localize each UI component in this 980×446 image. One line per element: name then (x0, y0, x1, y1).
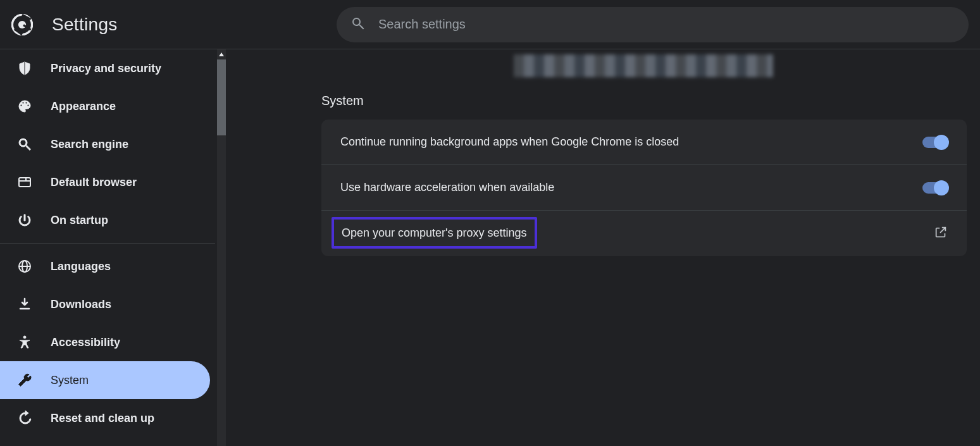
main-content: System Continue running background apps … (228, 49, 980, 446)
sidebar-item-label: On startup (51, 214, 108, 227)
search-icon (350, 16, 366, 34)
globe-icon (16, 258, 33, 275)
header-bar: Settings (0, 0, 980, 49)
sidebar-item-label: Languages (51, 260, 111, 273)
wrench-icon (16, 372, 33, 388)
external-link-icon (934, 225, 948, 242)
sidebar-item-default-browser[interactable]: Default browser (0, 163, 210, 201)
download-icon (16, 296, 33, 313)
svg-point-9 (23, 336, 26, 338)
power-icon (16, 212, 33, 228)
accessibility-icon (16, 334, 33, 350)
sidebar-item-label: Privacy and security (51, 62, 161, 75)
settings-panel: Continue running background apps when Go… (321, 120, 967, 256)
sidebar-item-on-startup[interactable]: On startup (0, 201, 210, 239)
row-proxy-settings[interactable]: Open your computer's proxy settings (321, 211, 967, 256)
sidebar-item-label: Reset and clean up (51, 412, 154, 425)
scrollbar-thumb[interactable] (217, 59, 226, 135)
sidebar-item-label: System (51, 374, 89, 387)
page-title: Settings (52, 15, 118, 35)
sidebar-item-label: Appearance (51, 100, 116, 113)
sidebar-item-appearance[interactable]: Appearance (0, 87, 210, 125)
chrome-logo-icon (11, 14, 33, 35)
sidebar: Privacy and security Appearance Search e… (0, 49, 215, 446)
svg-rect-2 (19, 178, 30, 187)
svg-point-1 (18, 20, 26, 28)
sidebar-item-label: Search engine (51, 138, 128, 151)
sidebar-item-label: Downloads (51, 298, 111, 311)
sidebar-item-privacy[interactable]: Privacy and security (0, 49, 210, 87)
toggle-hardware-accel[interactable] (922, 182, 948, 194)
sidebar-item-search-engine[interactable]: Search engine (0, 125, 210, 163)
sidebar-item-accessibility[interactable]: Accessibility (0, 323, 210, 361)
sidebar-scrollbar[interactable] (215, 49, 228, 446)
search-icon (16, 136, 33, 152)
search-box[interactable] (337, 7, 969, 42)
sidebar-divider (0, 243, 215, 244)
palette-icon (16, 98, 33, 115)
shield-icon (16, 60, 33, 77)
sidebar-item-system[interactable]: System (0, 361, 210, 399)
sidebar-item-label: Default browser (51, 176, 137, 189)
window-icon (16, 174, 33, 190)
restore-icon (16, 410, 33, 426)
row-label: Use hardware acceleration when available (340, 181, 922, 194)
body: Privacy and security Appearance Search e… (0, 49, 980, 446)
sidebar-item-downloads[interactable]: Downloads (0, 285, 210, 323)
redacted-banner (514, 54, 773, 77)
row-hardware-accel[interactable]: Use hardware acceleration when available (321, 165, 967, 211)
row-label-placeholder (340, 227, 934, 240)
section-title: System (321, 94, 974, 108)
toggle-background-apps[interactable] (922, 137, 948, 148)
row-label: Continue running background apps when Go… (340, 135, 922, 149)
search-container (337, 7, 969, 42)
header-left: Settings (11, 14, 321, 35)
sidebar-item-label: Accessibility (51, 336, 120, 349)
search-input[interactable] (378, 17, 955, 32)
sidebar-item-reset[interactable]: Reset and clean up (0, 399, 210, 437)
row-background-apps[interactable]: Continue running background apps when Go… (321, 120, 967, 165)
sidebar-item-languages[interactable]: Languages (0, 247, 210, 285)
scroll-up-icon[interactable] (215, 49, 228, 59)
